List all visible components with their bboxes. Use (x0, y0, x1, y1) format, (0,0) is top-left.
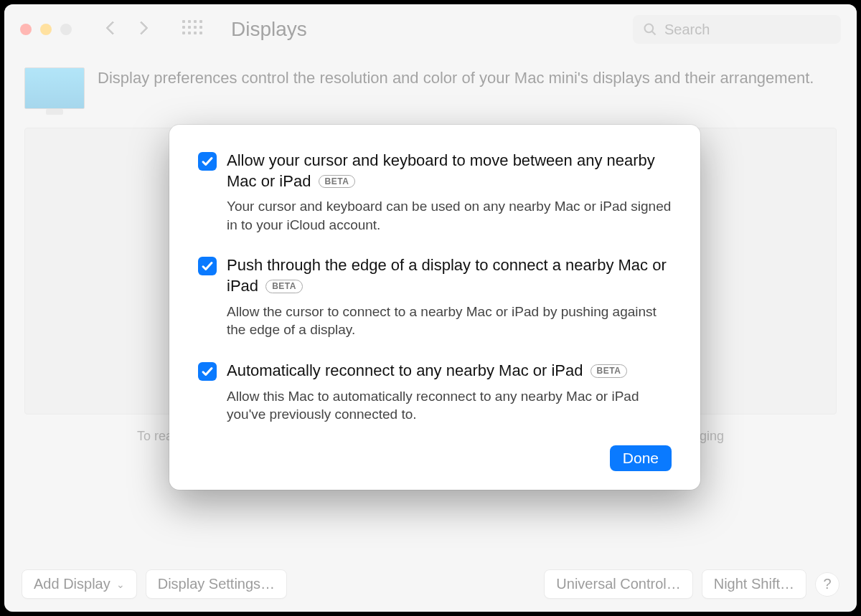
option-push-through-edge: Push through the edge of a display to co… (198, 255, 672, 338)
help-button[interactable]: ? (815, 572, 839, 597)
preferences-window: Displays Display preferences control the… (4, 4, 857, 612)
option-title: Automatically reconnect to any nearby Ma… (227, 361, 672, 382)
add-display-label: Add Display (34, 576, 110, 592)
bottom-bar: Add Display ⌄ Display Settings… Universa… (4, 569, 857, 599)
checkmark-icon (201, 260, 214, 273)
universal-control-button[interactable]: Universal Control… (544, 569, 692, 599)
night-shift-button[interactable]: Night Shift… (702, 569, 806, 599)
checkbox-auto-reconnect[interactable] (198, 362, 217, 381)
option-description: Allow this Mac to automatically reconnec… (227, 387, 672, 424)
search-input[interactable] (664, 22, 831, 38)
beta-badge: BETA (265, 280, 303, 293)
chevron-down-icon: ⌄ (116, 579, 125, 590)
toolbar: Displays (4, 4, 857, 55)
option-title: Push through the edge of a display to co… (227, 255, 672, 296)
option-title: Allow your cursor and keyboard to move b… (227, 151, 672, 191)
universal-control-sheet: Allow your cursor and keyboard to move b… (169, 125, 700, 490)
option-title-text: Automatically reconnect to any nearby Ma… (227, 361, 583, 379)
universal-control-label: Universal Control… (556, 576, 680, 592)
page-title: Displays (231, 18, 307, 41)
checkbox-push-through-edge[interactable] (198, 257, 217, 275)
description-row: Display preferences control the resoluti… (4, 55, 857, 115)
window-controls (20, 24, 72, 35)
zoom-window-button[interactable] (60, 24, 72, 35)
option-auto-reconnect: Automatically reconnect to any nearby Ma… (198, 361, 672, 424)
minimize-window-button[interactable] (40, 24, 52, 35)
search-icon (643, 22, 657, 37)
beta-badge: BETA (319, 175, 356, 189)
svg-line-1 (652, 32, 656, 35)
sheet-footer: Done (198, 445, 672, 471)
nav-controls (108, 23, 146, 36)
checkmark-icon (201, 155, 214, 168)
option-allow-cursor-keyboard: Allow your cursor and keyboard to move b… (198, 151, 672, 234)
display-settings-label: Display Settings… (158, 576, 275, 592)
option-description: Your cursor and keyboard can be used on … (227, 197, 672, 234)
forward-button[interactable] (136, 23, 146, 36)
add-display-button[interactable]: Add Display ⌄ (22, 569, 137, 599)
close-window-button[interactable] (20, 24, 32, 35)
checkmark-icon (201, 365, 214, 378)
night-shift-label: Night Shift… (714, 576, 794, 592)
option-description: Allow the cursor to connect to a nearby … (227, 303, 672, 339)
option-title-text: Allow your cursor and keyboard to move b… (227, 151, 655, 190)
checkbox-allow-cursor-keyboard[interactable] (198, 152, 217, 171)
description-text: Display preferences control the resoluti… (98, 67, 814, 89)
beta-badge: BETA (591, 364, 628, 378)
display-settings-button[interactable]: Display Settings… (146, 569, 287, 599)
show-all-prefs-button[interactable] (182, 20, 201, 39)
search-field[interactable] (633, 15, 841, 44)
svg-point-0 (645, 24, 654, 33)
done-button[interactable]: Done (610, 445, 672, 471)
back-button[interactable] (108, 23, 118, 36)
display-thumbnail-icon (24, 67, 85, 109)
